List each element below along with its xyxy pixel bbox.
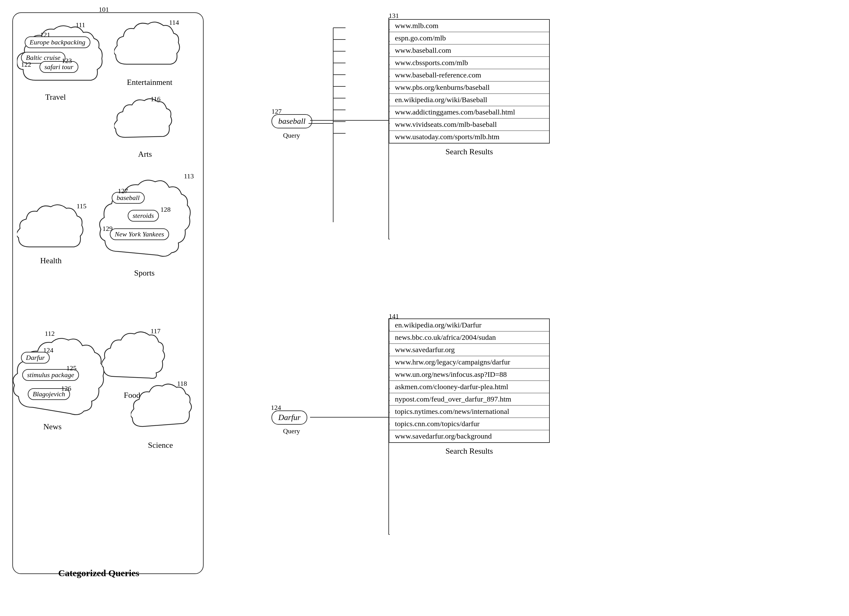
- ref-101: 101: [99, 6, 109, 13]
- table-row: www.savedarfur.org: [389, 344, 550, 356]
- table-row: www.vividseats.com/mlb-baseball: [389, 118, 550, 131]
- table-row: en.wikipedia.org/wiki/Baseball: [389, 94, 550, 106]
- ref-127-query: 127: [271, 107, 282, 115]
- food-cloud: [102, 327, 167, 386]
- result-cell: www.addictinggames.com/baseball.html: [389, 106, 550, 118]
- table-row: askmen.com/clooney-darfur-plea.html: [389, 381, 550, 393]
- ref-118: 118: [177, 380, 187, 388]
- safari-tour-pill: safari tour: [39, 61, 78, 73]
- darfur-results-section: en.wikipedia.org/wiki/Darfur news.bbc.co…: [389, 319, 550, 456]
- table-row: www.un.org/news/infocus.asp?ID=88: [389, 368, 550, 381]
- darfur-query-label: Query: [271, 427, 311, 435]
- table-row: en.wikipedia.org/wiki/Darfur: [389, 319, 550, 331]
- new-york-yankees-pill: New York Yankees: [110, 228, 169, 240]
- result-cell: news.bbc.co.uk/africa/2004/sudan: [389, 331, 550, 344]
- ref-114: 114: [169, 18, 179, 27]
- ref-124: 124: [43, 346, 54, 354]
- result-cell: www.pbs.org/kenburns/baseball: [389, 82, 550, 94]
- baseball-results-section: www.mlb.com espn.go.com/mlb www.baseball…: [389, 19, 550, 157]
- result-cell: www.savedarfur.org: [389, 344, 550, 356]
- table-row: www.pbs.org/kenburns/baseball: [389, 82, 550, 94]
- ref-113: 113: [184, 172, 194, 180]
- travel-label: Travel: [25, 92, 86, 102]
- ref-129: 129: [103, 225, 113, 233]
- result-cell: nypost.com/feud_over_darfur_897.htm: [389, 393, 550, 406]
- ref-125: 125: [66, 364, 76, 372]
- table-row: espn.go.com/mlb: [389, 32, 550, 45]
- table-row: www.usatoday.com/sports/mlb.htm: [389, 131, 550, 143]
- health-label: Health: [23, 256, 79, 265]
- table-row: www.addictinggames.com/baseball.html: [389, 106, 550, 118]
- result-cell: askmen.com/clooney-darfur-plea.html: [389, 381, 550, 393]
- science-cloud: [131, 380, 192, 434]
- darfur-query-box: Darfur: [271, 410, 307, 425]
- steroids-pill: steroids: [128, 210, 159, 222]
- ref-128: 128: [161, 206, 171, 213]
- table-row: topics.nytimes.com/news/international: [389, 406, 550, 418]
- ref-124-query: 124: [271, 404, 281, 412]
- result-cell: en.wikipedia.org/wiki/Baseball: [389, 94, 550, 106]
- result-cell: en.wikipedia.org/wiki/Darfur: [389, 319, 550, 331]
- arts-cloud: [114, 95, 173, 146]
- result-cell: topics.nytimes.com/news/international: [389, 406, 550, 418]
- europe-backpacking-pill: Europe backpacking: [25, 36, 90, 48]
- baseball-pill: baseball: [112, 192, 145, 204]
- ref-116: 116: [150, 95, 161, 103]
- darfur-results-label: Search Results: [389, 447, 550, 456]
- result-cell: www.un.org/news/infocus.asp?ID=88: [389, 368, 550, 381]
- categorized-queries-label: Categorized Queries: [31, 568, 167, 578]
- darfur-results-table: en.wikipedia.org/wiki/Darfur news.bbc.co…: [389, 319, 550, 443]
- health-cloud: [17, 201, 85, 256]
- news-label: News: [25, 422, 80, 431]
- result-cell: espn.go.com/mlb: [389, 32, 550, 45]
- table-row: www.savedarfur.org/background: [389, 430, 550, 443]
- ref-117: 117: [150, 327, 161, 335]
- ref-121: 121: [40, 31, 50, 39]
- darfur-connector: [310, 417, 390, 418]
- result-cell: www.usatoday.com/sports/mlb.htm: [389, 131, 550, 143]
- baseball-line: [310, 120, 390, 121]
- table-row: www.baseball.com: [389, 45, 550, 57]
- result-cell: topics.cnn.com/topics/darfur: [389, 418, 550, 430]
- baseball-results-label: Search Results: [389, 147, 550, 157]
- ref-127-sports: 127: [118, 187, 128, 195]
- sports-label: Sports: [113, 268, 175, 278]
- result-cell: www.savedarfur.org/background: [389, 430, 550, 443]
- ref-115: 115: [76, 202, 86, 210]
- entertainment-label: Entertainment: [111, 78, 188, 87]
- ref-112: 112: [45, 330, 55, 338]
- table-row: www.mlb.com: [389, 19, 550, 32]
- table-row: nypost.com/feud_over_darfur_897.htm: [389, 393, 550, 406]
- table-row: www.baseball-reference.com: [389, 69, 550, 82]
- table-row: www.cbssports.com/mlb: [389, 57, 550, 69]
- result-cell: www.vividseats.com/mlb-baseball: [389, 118, 550, 131]
- ref-122: 122: [21, 61, 31, 69]
- ref-131: 131: [389, 12, 399, 20]
- result-cell: www.baseball.com: [389, 45, 550, 57]
- table-row: www.hrw.org/legacy/campaigns/darfur: [389, 356, 550, 368]
- result-cell: www.hrw.org/legacy/campaigns/darfur: [389, 356, 550, 368]
- result-cell: www.cbssports.com/mlb: [389, 57, 550, 69]
- table-row: news.bbc.co.uk/africa/2004/sudan: [389, 331, 550, 344]
- entertainment-cloud: [114, 18, 182, 74]
- arts-label: Arts: [120, 150, 170, 159]
- science-label: Science: [133, 441, 188, 450]
- ref-126: 126: [61, 385, 71, 392]
- ref-123: 123: [62, 57, 72, 65]
- baseball-connector: [271, 117, 395, 259]
- result-cell: www.mlb.com: [389, 19, 550, 32]
- ref-111: 111: [76, 21, 85, 29]
- result-cell: www.baseball-reference.com: [389, 69, 550, 82]
- table-row: topics.cnn.com/topics/darfur: [389, 418, 550, 430]
- baseball-results-table: www.mlb.com espn.go.com/mlb www.baseball…: [389, 19, 550, 143]
